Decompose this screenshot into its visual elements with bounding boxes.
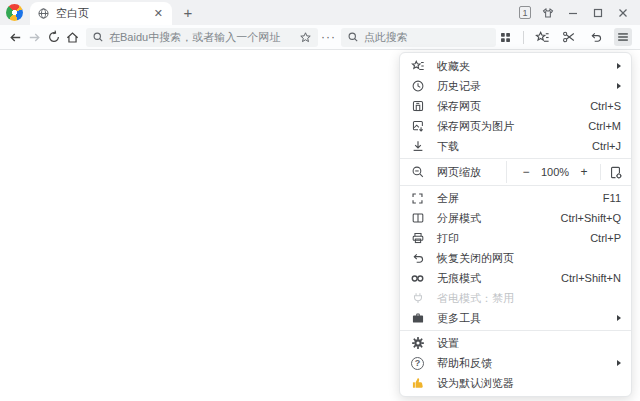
new-tab-button[interactable]: + xyxy=(177,2,199,24)
search-box[interactable]: 点此搜索 xyxy=(341,28,496,47)
fullscreen-icon xyxy=(410,191,425,206)
address-more-button[interactable]: ··· xyxy=(318,30,338,44)
menu-separator xyxy=(400,158,631,159)
save-page-icon xyxy=(410,99,425,114)
zoom-separator xyxy=(600,164,601,180)
printer-icon xyxy=(410,231,425,246)
menu-item-favorites[interactable]: 收藏夹 xyxy=(400,56,631,76)
window-count-badge[interactable]: 1 xyxy=(519,6,531,19)
custom-zoom-page-icon[interactable] xyxy=(608,165,623,180)
help-icon: ? xyxy=(410,356,425,371)
zoom-out-button[interactable]: − xyxy=(517,165,535,179)
submenu-arrow-icon xyxy=(617,315,621,321)
favorites-star-icon[interactable] xyxy=(533,28,551,46)
shortcut-label: Ctrl+P xyxy=(590,232,621,244)
back-button[interactable] xyxy=(6,28,25,47)
toolbox-icon xyxy=(410,311,425,326)
maximize-button[interactable] xyxy=(590,5,606,21)
favorites-icon xyxy=(410,59,425,74)
thumbs-up-icon xyxy=(410,376,425,391)
split-screen-icon xyxy=(410,211,425,226)
zoom-in-button[interactable]: + xyxy=(575,165,593,179)
menu-item-split-screen[interactable]: 分屏模式 Ctrl+Shift+Q xyxy=(400,208,631,228)
download-icon xyxy=(410,139,425,154)
browser-logo-icon[interactable] xyxy=(6,4,23,21)
theme-shirt-icon[interactable] xyxy=(540,5,556,21)
toolbar: 在Baidu中搜索，或者输入一个网址 ··· 点此搜索 xyxy=(0,25,640,50)
shortcut-label: Ctrl+S xyxy=(590,100,621,112)
menu-item-restore-closed-pages[interactable]: 恢复关闭的网页 xyxy=(400,248,631,268)
save-image-icon xyxy=(410,119,425,134)
address-bar[interactable]: 在Baidu中搜索，或者输入一个网址 xyxy=(86,28,318,47)
address-placeholder: 在Baidu中搜索，或者输入一个网址 xyxy=(109,30,294,45)
power-plug-icon xyxy=(410,291,425,306)
main-menu-button[interactable] xyxy=(614,28,632,46)
tab-close-icon[interactable]: ✕ xyxy=(152,7,165,20)
incognito-icon xyxy=(410,271,425,286)
menu-item-incognito[interactable]: 无痕模式 Ctrl+Shift+N xyxy=(400,268,631,288)
shortcut-label: F11 xyxy=(603,192,621,204)
toolbar-right-icons xyxy=(496,28,632,46)
minimize-button[interactable] xyxy=(565,5,581,21)
search-placeholder: 点此搜索 xyxy=(364,30,490,45)
forward-button[interactable] xyxy=(25,28,44,47)
menu-separator xyxy=(400,330,631,331)
zoom-magnifier-icon xyxy=(410,165,425,180)
submenu-arrow-icon xyxy=(617,83,621,89)
search-icon xyxy=(347,31,359,43)
close-button[interactable] xyxy=(615,5,631,21)
history-clock-icon xyxy=(410,79,425,94)
tab-blank-page[interactable]: 空白页 ✕ xyxy=(30,2,172,25)
gear-icon xyxy=(410,336,425,351)
restore-undo-icon[interactable] xyxy=(587,28,605,46)
shortcut-label: Ctrl+Shift+Q xyxy=(560,212,621,224)
home-button[interactable] xyxy=(63,28,82,47)
search-icon xyxy=(92,31,104,43)
menu-item-set-default-browser[interactable]: 设为默认浏览器 xyxy=(400,373,631,393)
reload-button[interactable] xyxy=(44,28,63,47)
menu-item-downloads[interactable]: 下载 Ctrl+J xyxy=(400,136,631,156)
menu-item-settings[interactable]: 设置 xyxy=(400,333,631,353)
tab-title: 空白页 xyxy=(56,6,146,21)
shortcut-label: Ctrl+M xyxy=(588,120,621,132)
browser-window: 空白页 ✕ + 1 xyxy=(0,0,640,401)
restore-undo-icon xyxy=(410,251,425,266)
menu-item-fullscreen[interactable]: 全屏 F11 xyxy=(400,188,631,208)
bookmark-star-icon[interactable] xyxy=(299,31,312,44)
submenu-arrow-icon xyxy=(617,63,621,69)
toolbar-separator xyxy=(523,31,524,44)
menu-item-page-zoom: 网页缩放 − 100% + xyxy=(400,161,631,183)
menu-item-more-tools[interactable]: 更多工具 xyxy=(400,308,631,328)
tab-bar: 空白页 ✕ + 1 xyxy=(0,0,640,25)
apps-grid-icon[interactable] xyxy=(496,28,514,46)
menu-item-help-feedback[interactable]: ? 帮助和反馈 xyxy=(400,353,631,373)
menu-separator xyxy=(400,185,631,186)
shortcut-label: Ctrl+J xyxy=(592,140,621,152)
menu-item-power-saving: 省电模式：禁用 xyxy=(400,288,631,308)
menu-item-print[interactable]: 打印 Ctrl+P xyxy=(400,228,631,248)
menu-item-history[interactable]: 历史记录 xyxy=(400,76,631,96)
menu-item-save-as-image[interactable]: 保存网页为图片 Ctrl+M xyxy=(400,116,631,136)
globe-icon xyxy=(37,7,50,20)
screenshot-scissors-icon[interactable] xyxy=(560,28,578,46)
submenu-arrow-icon xyxy=(617,360,621,366)
menu-item-save-page[interactable]: 保存网页 Ctrl+S xyxy=(400,96,631,116)
zoom-level-value: 100% xyxy=(535,166,575,178)
shortcut-label: Ctrl+Shift+N xyxy=(561,272,621,284)
browser-menu: 收藏夹 历史记录 保存网页 Ctrl+S xyxy=(399,52,632,397)
window-controls: 1 xyxy=(519,5,640,21)
zoom-controls: − 100% + xyxy=(506,161,631,183)
